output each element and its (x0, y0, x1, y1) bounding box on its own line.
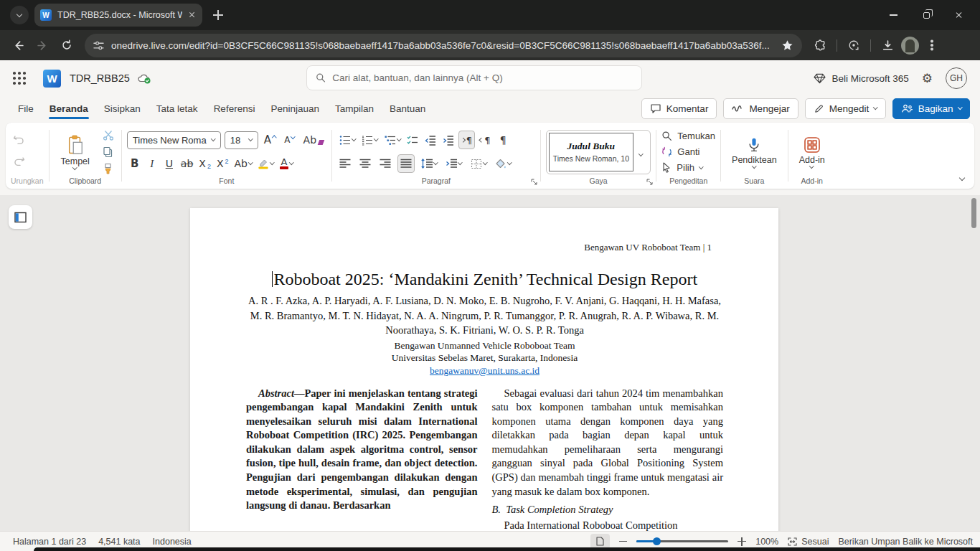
affiliation-line-2[interactable]: Universitas Sebelas Maret, Surakarta, In… (246, 352, 723, 364)
checklist-button[interactable] (405, 131, 420, 149)
superscript-button[interactable]: X2 (215, 154, 231, 173)
font-family-select[interactable]: Times New Roman (127, 131, 221, 149)
tab-peninjauan[interactable]: Peninjauan (263, 96, 327, 121)
page-count[interactable]: Halaman 1 dari 23 (13, 537, 86, 547)
change-case-button[interactable]: Ab (232, 154, 255, 173)
body-paragraph[interactable]: Sebagai evaluasi dari tahun 2024 tim men… (492, 387, 724, 499)
catch-up-button[interactable]: Mengejar (723, 98, 798, 119)
document-page[interactable]: Bengawan UV Roboboat Team | 1 Roboboat 2… (190, 208, 778, 531)
justify-button[interactable] (397, 154, 415, 173)
align-left-button[interactable] (337, 154, 353, 173)
style-preview[interactable]: Judul Buku Times New Roman, 10 (549, 133, 633, 171)
window-close-button[interactable] (943, 0, 976, 30)
word-count[interactable]: 4,541 kata (98, 537, 140, 547)
numbered-list-button[interactable] (359, 131, 380, 149)
bold-button[interactable]: B (127, 154, 143, 173)
email-link[interactable]: bengawanuv@unit.uns.ac.id (430, 365, 540, 376)
format-painter-button[interactable] (100, 162, 116, 175)
subscript-button[interactable]: X2 (197, 154, 213, 173)
shrink-font-button[interactable]: A (282, 131, 298, 149)
tab-file[interactable]: File (10, 96, 42, 121)
zoom-level[interactable]: 100% (755, 537, 778, 547)
find-button[interactable]: Temukan (661, 129, 715, 143)
search-bar[interactable] (306, 65, 642, 90)
body-paragraph[interactable]: Pada International Roboboat Competition (492, 519, 724, 531)
editing-mode-button[interactable]: Mengedit (805, 98, 886, 119)
undo-button[interactable] (11, 132, 27, 151)
rtl-paragraph-button[interactable]: ¶ (477, 131, 493, 149)
paragraph-indent-button[interactable] (443, 154, 464, 173)
zoom-slider[interactable] (636, 537, 728, 547)
window-minimize-button[interactable] (877, 0, 910, 30)
addins-button[interactable]: Add-in (793, 136, 831, 168)
show-formatting-button[interactable]: ¶ (495, 131, 511, 149)
section-heading[interactable]: B. Task Completion Strategy (492, 503, 724, 517)
affiliation-line-1[interactable]: Bengawan Unmanned Vehicle Roboboat Team (246, 339, 723, 352)
settings-gear-icon[interactable]: ⚙ (922, 71, 933, 85)
browser-menu-icon[interactable] (930, 44, 933, 47)
document-title[interactable]: TDR_RBB25 (70, 72, 130, 84)
redo-button[interactable] (11, 154, 27, 172)
styles-dialog-launcher[interactable] (646, 179, 653, 185)
multilevel-list-button[interactable] (382, 131, 403, 149)
account-avatar[interactable]: GH (946, 67, 967, 89)
comments-button[interactable]: Komentar (641, 98, 717, 119)
downloads-button[interactable] (877, 34, 898, 56)
tab-tata-letak[interactable]: Tata letak (149, 96, 206, 121)
shading-button[interactable] (493, 154, 514, 173)
select-button[interactable]: Pilih (661, 161, 715, 174)
extensions-button[interactable] (809, 34, 831, 56)
navigation-pane-button[interactable] (9, 205, 32, 229)
increase-indent-button[interactable] (440, 131, 456, 149)
browser-profile-avatar[interactable] (901, 37, 919, 55)
style-gallery[interactable]: Judul Buku Times New Roman, 10 (546, 130, 651, 174)
paragraph-dialog-launcher[interactable] (531, 179, 537, 185)
fit-to-page-button[interactable]: Sesuai (788, 537, 829, 547)
share-button[interactable]: Bagikan (892, 98, 970, 119)
clear-formatting-button[interactable]: Ab (301, 131, 326, 149)
authors-line[interactable]: A. R . F. Azka, A. P. Haryadi, A. F. Lus… (246, 293, 723, 338)
paste-button[interactable]: Tempel (55, 134, 96, 170)
site-info-icon[interactable] (93, 40, 104, 51)
style-gallery-expand[interactable] (633, 146, 649, 159)
tab-bantuan[interactable]: Bantuan (382, 96, 433, 121)
tab-sisipkan[interactable]: Sisipkan (96, 96, 149, 121)
document-heading[interactable]: Roboboat 2025: ‘Mandakini Zenith’ Techni… (246, 268, 723, 291)
search-lens-button[interactable] (843, 34, 864, 56)
tab-referensi[interactable]: Referensi (206, 96, 263, 121)
align-center-button[interactable] (357, 154, 373, 173)
line-spacing-button[interactable] (419, 154, 440, 173)
tab-beranda[interactable]: Beranda (42, 96, 96, 121)
language-indicator[interactable]: Indonesia (153, 537, 192, 547)
borders-button[interactable] (468, 154, 489, 173)
zoom-out-button[interactable] (619, 541, 627, 542)
document-canvas[interactable]: Bengawan UV Roboboat Team | 1 Roboboat 2… (0, 195, 980, 531)
window-restore-button[interactable] (910, 0, 943, 30)
text-highlight-button[interactable] (255, 154, 276, 173)
zoom-slider-thumb[interactable] (653, 537, 661, 545)
italic-button[interactable]: I (144, 154, 160, 173)
abstract-paragraph[interactable]: Abstract—Paper ini menjelaskan tentang s… (246, 387, 478, 513)
replace-button[interactable]: Ganti (661, 145, 715, 159)
font-color-button[interactable]: A (278, 154, 296, 173)
back-button[interactable] (7, 34, 29, 56)
strikethrough-button[interactable]: ab (179, 154, 195, 173)
grow-font-button[interactable]: A (262, 131, 278, 149)
column-left[interactable]: Abstract—Paper ini menjelaskan tentang s… (246, 387, 478, 532)
column-right[interactable]: Sebagai evaluasi dari tahun 2024 tim men… (492, 387, 724, 532)
cut-button[interactable] (100, 129, 116, 142)
page-view-button[interactable] (590, 534, 610, 549)
forward-button[interactable] (32, 34, 53, 56)
tab-search-button[interactable] (10, 6, 29, 24)
tab-close-icon[interactable] (188, 11, 197, 19)
align-right-button[interactable] (377, 154, 393, 173)
decrease-indent-button[interactable] (423, 131, 438, 149)
ltr-paragraph-button[interactable]: ¶ (458, 131, 475, 149)
word-logo-icon[interactable]: W (43, 70, 61, 88)
search-input[interactable] (332, 72, 633, 83)
zoom-in-button[interactable] (738, 537, 746, 546)
app-launcher-icon[interactable] (13, 72, 26, 85)
buy-microsoft-365-button[interactable]: Beli Microsoft 365 (814, 73, 908, 84)
feedback-link[interactable]: Berikan Umpan Balik ke Microsoft (838, 537, 973, 547)
tab-tampilan[interactable]: Tampilan (327, 96, 382, 121)
